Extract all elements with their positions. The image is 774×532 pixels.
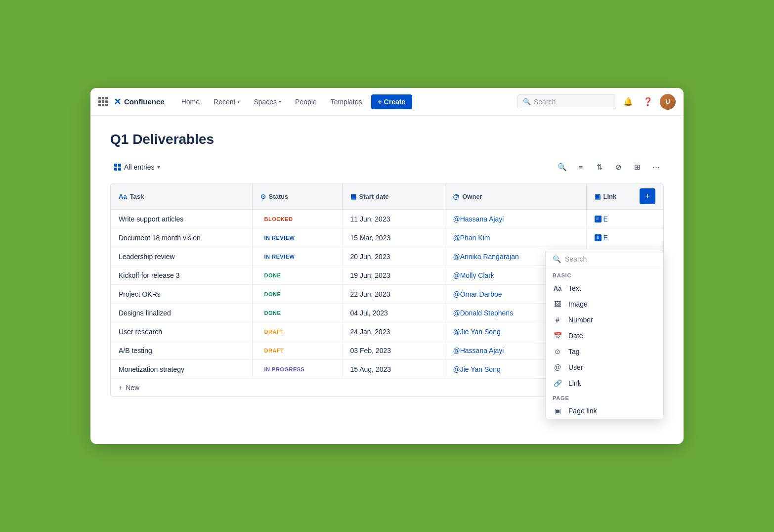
filter-icon[interactable]: ≡ <box>573 159 589 175</box>
more-options-icon[interactable]: ⋯ <box>648 159 664 175</box>
cell-status: DONE <box>252 285 342 304</box>
dropdown-search-box[interactable]: 🔍 <box>546 250 663 268</box>
status-badge: IN PROGRESS <box>260 365 309 373</box>
cell-owner: @Hassana Ajayi <box>445 210 586 228</box>
cell-status: DONE <box>252 266 342 285</box>
cell-start-date: 11 Jun, 2023 <box>342 210 445 228</box>
dropdown-item-text[interactable]: Aa Text <box>546 280 663 296</box>
cell-status: DRAFT <box>252 341 342 360</box>
link-type-icon: ▣ <box>595 193 601 200</box>
help-icon[interactable]: ❓ <box>640 94 656 110</box>
text-type-icon: Aa <box>119 193 127 200</box>
search-toolbar-icon[interactable]: 🔍 <box>554 159 570 175</box>
app-window: ✕ Confluence Home Recent ▾ Spaces ▾ Peop… <box>90 88 684 444</box>
search-input[interactable] <box>534 98 611 106</box>
main-content: Q1 Deliverables All entries ▾ 🔍 ≡ ⇅ ⊘ ⊞ … <box>90 116 684 409</box>
chevron-down-icon: ▾ <box>157 164 160 171</box>
cell-status: IN REVIEW <box>252 228 342 247</box>
cell-start-date: 19 Jun, 2023 <box>342 266 445 285</box>
tag-icon: ⊙ <box>553 348 562 355</box>
link-text: E <box>603 215 608 223</box>
cell-link: E E <box>586 228 663 247</box>
logo[interactable]: ✕ Confluence <box>114 96 165 107</box>
cell-start-date: 04 Jul, 2023 <box>342 304 445 322</box>
page-link-icon: ▣ <box>553 407 562 415</box>
dropdown-section-page: PAGE <box>546 391 663 403</box>
dropdown-item-page-link[interactable]: ▣ Page link <box>546 403 663 419</box>
dropdown-item-user[interactable]: @ User <box>546 359 663 375</box>
status-badge: BLOCKED <box>260 215 297 223</box>
col-owner[interactable]: @ Owner <box>445 183 586 210</box>
col-task[interactable]: Aa Task <box>111 183 252 210</box>
page-link-icon: E <box>595 234 602 241</box>
dropdown-item-link[interactable]: 🔗 Link <box>546 375 663 391</box>
cell-status: IN PROGRESS <box>252 360 342 379</box>
logo-text: Confluence <box>124 97 165 106</box>
navbar-right: 🔍 🔔 ❓ U <box>517 94 676 110</box>
cell-status: IN REVIEW <box>252 247 342 266</box>
grid-view-icon <box>114 164 121 171</box>
cell-start-date: 15 Aug, 2023 <box>342 360 445 379</box>
avatar[interactable]: U <box>660 94 676 110</box>
plus-icon: + <box>119 384 123 392</box>
cell-status: DRAFT <box>252 322 342 341</box>
dropdown-search-icon: 🔍 <box>553 255 561 263</box>
owner-icon: @ <box>453 193 460 200</box>
status-badge: IN REVIEW <box>260 234 299 242</box>
column-type-dropdown: 🔍 BASIC Aa Text 🖼 Image # Number 📅 Date <box>545 250 664 419</box>
page-link-icon: E <box>595 216 602 222</box>
cell-start-date: 22 Jun, 2023 <box>342 285 445 304</box>
search-icon: 🔍 <box>523 98 531 105</box>
nav-home[interactable]: Home <box>176 95 205 109</box>
cell-task: User research <box>111 322 252 341</box>
cell-start-date: 15 Mar, 2023 <box>342 228 445 247</box>
table-view-icon[interactable]: ⊞ <box>629 159 645 175</box>
status-badge: DONE <box>260 309 285 317</box>
create-button[interactable]: + Create <box>371 94 413 109</box>
dropdown-item-date[interactable]: 📅 Date <box>546 328 663 344</box>
cell-status: DONE <box>252 304 342 322</box>
cell-task: A/B testing <box>111 341 252 360</box>
table-toolbar: All entries ▾ 🔍 ≡ ⇅ ⊘ ⊞ ⋯ <box>110 159 664 175</box>
cell-task: Kickoff for release 3 <box>111 266 252 285</box>
navbar-search[interactable]: 🔍 <box>517 94 616 109</box>
dropdown-item-tag[interactable]: ⊙ Tag <box>546 344 663 359</box>
cell-task: Write support articles <box>111 210 252 228</box>
table-row[interactable]: Document 18 month vision IN REVIEW 15 Ma… <box>111 228 663 247</box>
grid-menu-icon[interactable] <box>98 97 108 106</box>
dropdown-item-number[interactable]: # Number <box>546 312 663 328</box>
col-start-date[interactable]: ▦ Start date <box>342 183 445 210</box>
cell-task: Designs finalized <box>111 304 252 322</box>
confluence-logo-icon: ✕ <box>114 96 121 107</box>
col-link[interactable]: ▣ Link + <box>586 183 663 210</box>
date-icon: ▦ <box>350 193 356 200</box>
sort-icon[interactable]: ⇅ <box>592 159 607 175</box>
col-status[interactable]: ⊙ Status <box>252 183 342 210</box>
link-text: E <box>603 234 608 242</box>
notifications-icon[interactable]: 🔔 <box>620 94 636 110</box>
status-badge: DONE <box>260 290 285 298</box>
cell-task: Leadership review <box>111 247 252 266</box>
navbar: ✕ Confluence Home Recent ▾ Spaces ▾ Peop… <box>90 88 684 116</box>
calendar-icon: 📅 <box>553 332 562 340</box>
nav-recent[interactable]: Recent ▾ <box>209 95 245 109</box>
number-icon: # <box>553 316 562 324</box>
table-row[interactable]: Write support articles BLOCKED 11 Jun, 2… <box>111 210 663 228</box>
dropdown-item-image[interactable]: 🖼 Image <box>546 296 663 312</box>
nav-spaces[interactable]: Spaces ▾ <box>249 95 286 109</box>
cell-task: Monetization strategy <box>111 360 252 379</box>
dropdown-section-basic: BASIC <box>546 268 663 280</box>
status-icon: ⊙ <box>260 193 266 200</box>
link-icon: 🔗 <box>553 379 562 387</box>
all-entries-button[interactable]: All entries ▾ <box>110 161 164 174</box>
page-title: Q1 Deliverables <box>110 132 664 147</box>
cell-link: E E <box>586 210 663 228</box>
hide-fields-icon[interactable]: ⊘ <box>610 159 626 175</box>
cell-task: Document 18 month vision <box>111 228 252 247</box>
nav-templates[interactable]: Templates <box>326 95 367 109</box>
nav-people[interactable]: People <box>290 95 322 109</box>
toolbar-right: 🔍 ≡ ⇅ ⊘ ⊞ ⋯ <box>554 159 664 175</box>
add-column-button[interactable]: + <box>640 188 655 204</box>
cell-start-date: 20 Jun, 2023 <box>342 247 445 266</box>
dropdown-search-input[interactable] <box>565 255 656 263</box>
